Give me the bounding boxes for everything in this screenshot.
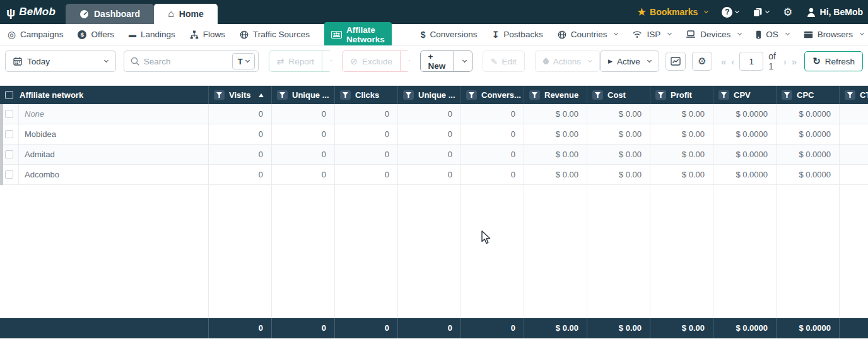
exclude-button[interactable]: ⊘ Exclude — [342, 51, 401, 72]
nav-flows[interactable]: Flows — [190, 30, 225, 39]
filter-icon[interactable] — [529, 90, 540, 100]
table-row[interactable]: None 0 0 0 0 0 $ 0.00 $ 0.00 $ 0.00 $ 0.… — [0, 104, 868, 124]
chart-view-button[interactable] — [666, 52, 686, 71]
column-header-cpv[interactable]: CPV — [713, 86, 777, 104]
report-dropdown-button[interactable] — [322, 51, 332, 72]
column-header-revenue[interactable]: Revenue — [524, 86, 587, 104]
brand-name: BeMob — [19, 6, 56, 18]
filter-icon[interactable] — [655, 90, 666, 100]
last-page-button[interactable]: » — [792, 56, 797, 67]
nav-devices[interactable]: Devices — [686, 30, 741, 39]
select-all-checkbox[interactable] — [5, 91, 13, 99]
nav-landings[interactable]: ▬ Landings — [129, 30, 175, 39]
nav-os[interactable]: OS — [756, 30, 789, 39]
exclude-icon: ⊘ — [350, 56, 358, 66]
table-row[interactable]: Admitad 0 0 0 0 0 $ 0.00 $ 0.00 $ 0.00 $… — [0, 145, 868, 165]
chevron-down-icon — [614, 31, 618, 35]
news-menu[interactable] — [753, 8, 769, 17]
filter-icon[interactable] — [340, 90, 351, 100]
chevron-down-icon — [765, 8, 770, 13]
column-header-conversions[interactable]: Convers... — [461, 86, 524, 104]
user-menu[interactable]: Hi, BeMob — [807, 7, 863, 17]
nav-conversions[interactable]: $ Conversions — [421, 30, 478, 40]
exclude-dropdown-button[interactable] — [401, 51, 409, 72]
column-header-cpc[interactable]: CPC — [777, 86, 840, 104]
report-button[interactable]: ⇄ Report — [269, 51, 322, 72]
sort-asc-icon — [259, 93, 264, 97]
cell-visits: 0 — [209, 104, 272, 124]
nav-offers[interactable]: $ Offers — [78, 30, 114, 39]
column-header-unique-visits[interactable]: Unique ... — [272, 86, 335, 104]
nav-countries[interactable]: Countries — [558, 30, 618, 39]
gear-icon: ⚙ — [698, 56, 706, 67]
dollar-circle-icon: $ — [78, 30, 86, 39]
column-header-ctr[interactable]: CTR — [840, 86, 868, 104]
nav-traffic-sources[interactable]: Traffic Sources — [240, 30, 310, 39]
new-dropdown-button[interactable] — [454, 51, 472, 72]
nav-browsers[interactable]: Browsers — [804, 30, 864, 39]
nav-affiliate-networks-label: Affilate Networks — [346, 25, 385, 44]
filter-icon[interactable] — [845, 90, 855, 100]
filter-icon[interactable] — [782, 90, 792, 100]
filter-icon[interactable] — [214, 90, 225, 100]
date-range-picker[interactable]: Today — [5, 51, 116, 72]
column-header-clicks[interactable]: Clicks — [335, 86, 398, 104]
column-label: Visits — [229, 90, 250, 100]
actions-button[interactable]: Actions — [535, 51, 600, 72]
nav-isp[interactable]: ISP — [632, 30, 671, 39]
nav-affiliate-networks[interactable]: Affilate Networks — [324, 22, 392, 47]
row-checkbox[interactable] — [5, 110, 13, 118]
filter-icon[interactable] — [466, 90, 477, 100]
refresh-button[interactable]: ↻ Refresh — [804, 51, 863, 71]
edit-button[interactable]: ✎ Edit — [483, 51, 525, 72]
cell-profit: $ 0.00 — [650, 124, 713, 144]
cell-ctr — [840, 145, 868, 164]
left-edge-strip — [0, 104, 3, 185]
cell-revenue: $ 0.00 — [524, 145, 587, 164]
browser-window-icon — [804, 31, 813, 39]
first-page-button[interactable]: « — [721, 56, 726, 67]
column-header-visits[interactable]: Visits — [209, 86, 272, 104]
table-row[interactable]: Mobidea 0 0 0 0 0 $ 0.00 $ 0.00 $ 0.00 $… — [0, 124, 868, 145]
filter-icon[interactable] — [403, 90, 414, 100]
nav-campaigns[interactable]: ◎ Campaigns — [8, 30, 63, 39]
page-number-input[interactable] — [739, 52, 763, 71]
table-header-row: Affiliate network Visits Unique ... Clic… — [0, 86, 868, 104]
tab-home[interactable]: ⌂ Home — [154, 4, 218, 24]
tab-dashboard[interactable]: Dashboard — [66, 4, 154, 24]
column-header-affiliate-network[interactable]: Affiliate network — [0, 86, 209, 104]
row-checkbox[interactable] — [5, 170, 13, 179]
column-settings-button[interactable]: ⚙ — [692, 52, 712, 71]
column-header-unique-clicks[interactable]: Unique ... — [398, 86, 461, 104]
cell-clicks: 0 — [335, 104, 398, 124]
bookmarks-menu[interactable]: ★ Bookmarks — [638, 6, 708, 18]
column-label: Convers... — [481, 90, 521, 100]
column-header-profit[interactable]: Profit — [650, 86, 713, 104]
nav-postbacks[interactable]: ↧ Postbacks — [492, 30, 543, 40]
next-page-button[interactable]: › — [783, 56, 787, 67]
new-split-button: + New — [420, 51, 472, 72]
search-type-selector[interactable]: T — [232, 53, 255, 69]
help-menu[interactable]: ? — [722, 7, 739, 18]
row-checkbox[interactable] — [5, 150, 13, 158]
cell-profit: $ 0.00 — [650, 165, 713, 184]
total-profit: $ 0.00 — [650, 318, 713, 338]
wifi-icon — [632, 30, 642, 39]
filter-icon[interactable] — [718, 90, 729, 100]
cell-profit: $ 0.00 — [650, 104, 713, 124]
cell-cpc: $ 0.0000 — [777, 145, 840, 164]
table-row[interactable]: Adcombo 0 0 0 0 0 $ 0.00 $ 0.00 $ 0.00 $… — [0, 165, 868, 185]
chevron-down-icon — [331, 57, 332, 62]
search-input[interactable] — [144, 57, 228, 66]
brand-logo[interactable]: ψ BeMob — [0, 0, 66, 24]
row-checkbox[interactable] — [5, 130, 13, 138]
filter-icon[interactable] — [592, 90, 603, 100]
laptop-icon — [686, 30, 696, 39]
user-avatar-icon — [807, 8, 816, 17]
status-filter-dropdown[interactable]: ▶ Active — [600, 51, 659, 72]
new-button[interactable]: + New — [420, 51, 454, 72]
settings-gear-icon[interactable]: ⚙ — [783, 7, 792, 18]
column-header-cost[interactable]: Cost — [587, 86, 650, 104]
prev-page-button[interactable]: ‹ — [731, 56, 734, 67]
filter-icon[interactable] — [277, 90, 288, 100]
